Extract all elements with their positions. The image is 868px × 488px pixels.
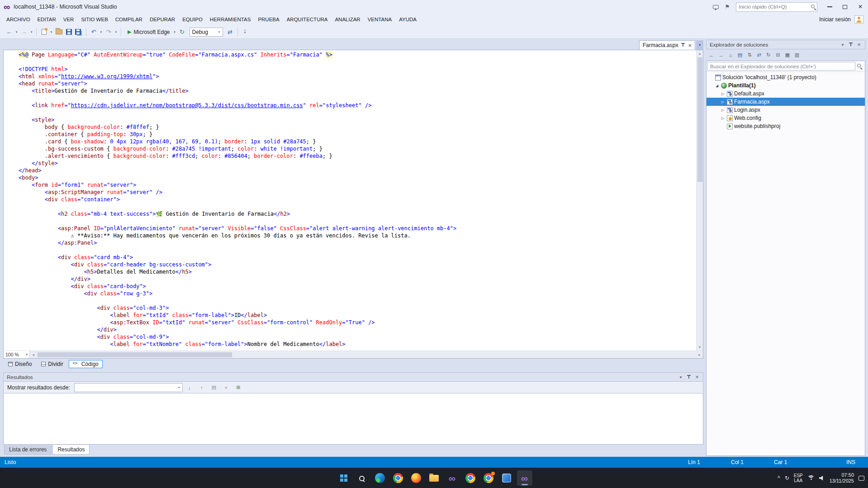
properties-button[interactable]: ▥ [792,51,802,60]
firefox-button[interactable] [408,470,424,486]
menu-item-sitio-web[interactable]: SITIO WEB [77,17,111,22]
run-target-dropdown-icon[interactable]: ▾ [173,30,177,34]
output-content[interactable] [3,393,703,445]
vertical-scrollbar-thumb[interactable] [697,57,702,182]
save-button[interactable] [64,27,73,37]
horizontal-scrollbar-thumb[interactable] [38,352,232,357]
blue-app-button[interactable] [499,470,514,486]
visual-studio-running-button[interactable]: ∞ [517,470,532,486]
pending-changes-filter-button[interactable]: ⇅ [745,51,754,60]
vertical-scrollbar[interactable]: ▲ ▼ [696,50,703,351]
menu-item-ver[interactable]: VER [60,17,78,22]
sync-with-active-document-button[interactable]: ⇄ [754,51,764,60]
edge-button[interactable] [372,470,388,486]
se-forward-button[interactable]: → [716,51,726,60]
clear-all-button[interactable]: × [221,383,232,392]
browser-link-button[interactable]: ⇄ [226,27,235,37]
design-view-tab[interactable]: Diseño [4,360,36,368]
tree-item-website-publishproj[interactable]: website.publishproj [707,122,865,130]
redo-button[interactable]: ↷ [104,27,113,37]
code-editor[interactable]: <%@ Page Language="C#" AutoEventWireup="… [4,50,696,351]
menu-item-prueba[interactable]: PRUEBA [254,17,283,22]
quick-launch-input[interactable] [736,4,811,9]
tray-sync-icon[interactable]: ↻ [785,475,789,481]
output-source-combo[interactable]: ▾ [74,383,183,392]
undo-dropdown-icon[interactable]: ▾ [99,30,103,34]
navigate-backward-dropdown-icon[interactable]: ▾ [14,30,19,34]
file-explorer-button[interactable] [427,470,442,486]
tree-item-login-aspx[interactable]: ▷Login.aspx [707,106,865,114]
close-button[interactable]: × [853,0,868,14]
scroll-left-icon[interactable]: ◄ [30,351,37,358]
start-debugging-button[interactable]: ▶ Microsoft Edge [124,28,172,36]
collapsed-arrow-icon[interactable]: ▷ [720,116,726,120]
visual-studio-button[interactable]: ∞ [445,470,460,486]
toolbar-options-button[interactable]: ▾ [242,30,249,34]
solution-search-input[interactable] [707,62,855,71]
navigate-backward-button[interactable]: ← [5,27,14,37]
show-all-files-button[interactable]: ▦ [783,51,792,60]
collapsed-arrow-icon[interactable]: ▷ [720,108,726,112]
collapsed-arrow-icon[interactable]: ▷ [720,92,726,96]
close-icon[interactable]: × [855,41,863,48]
sign-in-link[interactable]: Iniciar sesión [819,16,851,23]
navigate-forward-button[interactable]: → [19,27,28,37]
language-indicator[interactable]: ESP LAA [794,473,803,483]
menu-item-arquitectura[interactable]: ARQUITECTURA [283,17,332,22]
user-avatar-icon[interactable] [854,15,863,24]
menu-item-ventana[interactable]: VENTANA [364,17,395,22]
menu-item-ayuda[interactable]: AYUDA [395,17,420,22]
window-position-icon[interactable]: ▾ [839,41,847,48]
tree-item-default-aspx[interactable]: ▷Default.aspx [707,90,865,98]
collapse-all-button[interactable]: ⊟ [773,51,783,60]
start-button[interactable] [336,470,351,486]
tray-chevron-icon[interactable]: ^ [778,475,780,481]
taskbar-search-button[interactable] [354,470,370,486]
next-message-button[interactable]: ↓ [184,383,195,392]
copy-output-button[interactable]: ▤ [209,383,219,392]
scroll-up-icon[interactable]: ▲ [697,50,703,57]
zoom-control[interactable]: 100 % ▾ [4,351,30,358]
navigate-forward-dropdown-icon[interactable]: ▾ [29,30,33,34]
clock[interactable]: 07:50 13/11/2025 [830,472,854,484]
tab-list-dropdown-icon[interactable]: ▾ [696,40,703,50]
notifications-flag-icon[interactable]: ⚑ [721,2,733,12]
switch-views-button[interactable]: ▤ [735,51,745,60]
open-file-button[interactable] [54,27,63,37]
tree-item-web-config[interactable]: ▷Web.config [707,114,865,122]
maximize-button[interactable] [837,0,853,14]
menu-item-depurar[interactable]: DEPURAR [146,17,179,22]
menu-item-editar[interactable]: EDITAR [33,17,59,22]
scroll-down-icon[interactable]: ▼ [697,344,703,351]
output-source-input[interactable] [75,384,176,391]
menu-item-compilar[interactable]: COMPILAR [112,17,146,22]
window-position-icon[interactable]: ▾ [677,374,685,381]
collapsed-arrow-icon[interactable]: ▷ [720,100,726,104]
refresh-button[interactable]: ↻ [178,27,187,37]
document-tab-farmacia[interactable]: Farmacia.aspx × [639,40,695,50]
chrome-profile-button[interactable] [463,470,478,486]
pin-icon[interactable] [685,374,693,381]
expanded-arrow-icon[interactable]: ◢ [714,84,720,88]
volume-icon[interactable] [819,476,825,481]
home-button[interactable]: ⌂ [726,51,735,60]
tree-item-farmacia-aspx[interactable]: ▷Farmacia.aspx [707,98,865,106]
tree-item-solucion-localhost-11348-1-proyecto[interactable]: Solución 'localhost_11348' (1 proyecto) [707,73,865,81]
pin-icon[interactable] [681,43,685,47]
close-icon[interactable]: × [693,374,701,381]
network-icon[interactable] [807,475,815,481]
notification-icon[interactable] [859,476,864,481]
minimize-button[interactable] [822,0,837,14]
close-tab-icon[interactable]: × [688,43,692,48]
solution-configuration-combo[interactable]: Debug ▾ [190,28,223,37]
menu-item-equipo[interactable]: EQUIPO [179,17,206,22]
scroll-right-icon[interactable]: ► [696,351,703,358]
previous-message-button[interactable]: ↑ [196,383,207,392]
horizontal-scroll-track[interactable] [37,351,696,358]
undo-button[interactable]: ↶ [89,27,98,37]
split-view-tab[interactable]: Dividir [37,360,67,368]
menu-item-analizar[interactable]: ANALIZAR [331,17,364,22]
chrome-badged-button[interactable] [481,470,496,486]
redo-dropdown-icon[interactable]: ▾ [114,30,118,34]
code-view-tab[interactable]: Código [69,360,103,368]
